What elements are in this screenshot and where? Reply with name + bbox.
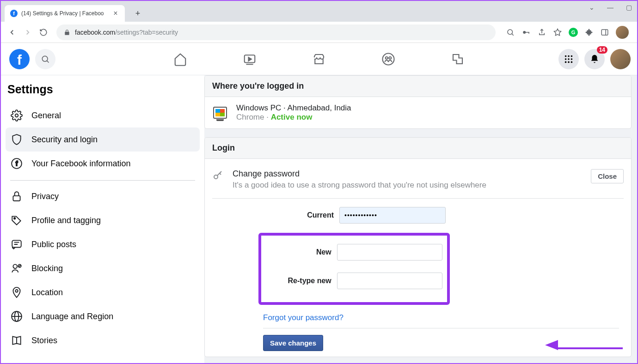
svg-point-14 <box>571 55 573 57</box>
main-content: Where you're logged in Windows PC · Ahme… <box>204 75 637 363</box>
menu-grid-button[interactable] <box>558 49 579 69</box>
windows-pc-icon <box>213 107 227 119</box>
sidebar-item-label: Blocking <box>31 264 63 273</box>
key-icon[interactable] <box>521 28 531 37</box>
close-tab-icon[interactable]: × <box>112 10 119 17</box>
side-panel-icon[interactable] <box>600 28 609 37</box>
svg-rect-3 <box>528 32 529 34</box>
svg-point-13 <box>568 55 570 57</box>
arrow-annotation <box>545 340 623 352</box>
sidebar-item-label: Security and login <box>31 135 98 145</box>
retype-password-input[interactable] <box>337 273 442 289</box>
shield-icon <box>10 133 23 146</box>
bookmark-star-icon[interactable] <box>553 28 562 37</box>
change-password-desc: It's a good idea to use a strong passwor… <box>233 181 582 190</box>
forgot-password-link[interactable]: Forgot your password? <box>263 313 344 322</box>
sidebar-item-language-and-region[interactable]: Language and Region <box>6 304 200 328</box>
logged-in-header: Where you're logged in <box>205 76 631 97</box>
browser-tab[interactable]: (14) Settings & Privacy | Faceboo × <box>5 5 125 22</box>
gaming-icon[interactable] <box>451 52 465 66</box>
svg-point-1 <box>523 31 526 34</box>
svg-point-0 <box>508 30 513 35</box>
svg-point-17 <box>571 58 573 60</box>
sidebar-item-label: General <box>31 111 61 121</box>
new-tab-button[interactable]: + <box>130 6 145 21</box>
close-button[interactable]: Close <box>591 169 624 183</box>
browser-tab-bar: (14) Settings & Privacy | Faceboo × + ⌄ … <box>1 1 637 22</box>
svg-point-25 <box>14 218 15 219</box>
tag-icon <box>10 214 23 227</box>
svg-point-27 <box>13 264 17 268</box>
new-password-input[interactable] <box>337 244 442 261</box>
share-icon[interactable] <box>537 28 546 37</box>
svg-line-29 <box>18 265 20 267</box>
browser-toolbar: facebook.com/settings?tab=security G <box>1 22 637 43</box>
svg-point-6 <box>42 56 48 61</box>
reload-icon[interactable] <box>37 26 50 39</box>
fb-nav <box>173 52 465 66</box>
save-changes-button[interactable]: Save changes <box>263 335 323 351</box>
sidebar-item-your-facebook-information[interactable]: fYour Facebook information <box>6 152 200 176</box>
login-card: Login Change password It's a good idea t… <box>204 137 632 357</box>
svg-point-19 <box>568 61 570 63</box>
sidebar-item-profile-and-tagging[interactable]: Profile and tagging <box>6 208 200 232</box>
chevron-down-icon[interactable]: ⌄ <box>587 4 596 11</box>
lock-icon <box>10 190 23 203</box>
highlight-annotation: New Re-type new <box>258 233 450 305</box>
sidebar-item-public-posts[interactable]: Public posts <box>6 232 200 256</box>
posts-icon <box>10 238 23 251</box>
sidebar-item-location[interactable]: Location <box>6 280 200 304</box>
profile-avatar[interactable] <box>616 26 629 39</box>
svg-point-30 <box>15 290 18 292</box>
svg-point-16 <box>568 58 570 60</box>
sidebar-item-label: Privacy <box>31 192 59 201</box>
sidebar-divider <box>10 180 195 181</box>
maximize-icon[interactable]: ▢ <box>624 4 633 11</box>
tab-title: (14) Settings & Privacy | Faceboo <box>21 10 108 17</box>
grammarly-icon[interactable]: G <box>569 28 578 37</box>
session-row[interactable]: Windows PC · Ahmedabad, India Chrome · A… <box>205 97 631 128</box>
sidebar-item-blocking[interactable]: Blocking <box>6 256 200 280</box>
fb-search-button[interactable] <box>35 49 55 69</box>
notification-badge: 14 <box>597 46 607 54</box>
home-icon[interactable] <box>173 52 187 66</box>
back-icon[interactable] <box>6 26 18 39</box>
svg-point-10 <box>386 57 388 59</box>
search-icon[interactable] <box>506 28 515 37</box>
sidebar-item-privacy[interactable]: Privacy <box>6 184 200 208</box>
logged-in-card: Where you're logged in Windows PC · Ahme… <box>204 75 632 129</box>
lock-icon <box>64 29 70 36</box>
watch-icon[interactable] <box>243 52 257 66</box>
svg-text:f: f <box>15 159 18 167</box>
block-icon <box>10 262 23 275</box>
facebook-logo[interactable] <box>9 49 30 69</box>
sidebar-item-label: Location <box>31 288 63 297</box>
minimize-icon[interactable]: — <box>606 4 615 11</box>
svg-point-15 <box>565 58 567 60</box>
svg-point-18 <box>565 61 567 63</box>
book-icon <box>10 334 23 347</box>
svg-point-11 <box>389 57 391 59</box>
groups-icon[interactable] <box>381 52 395 66</box>
extensions-icon[interactable] <box>584 28 594 37</box>
sidebar-item-general[interactable]: General <box>6 103 200 127</box>
sidebar-item-security-and-login[interactable]: Security and login <box>6 127 200 152</box>
key-icon <box>212 170 223 181</box>
marketplace-icon[interactable] <box>312 52 326 66</box>
notifications-button[interactable]: 14 <box>584 49 605 69</box>
url-domain: facebook.com <box>75 29 115 36</box>
current-password-input[interactable] <box>339 207 446 224</box>
forward-icon[interactable] <box>21 26 34 39</box>
svg-rect-4 <box>601 30 608 35</box>
svg-point-21 <box>15 114 18 117</box>
account-avatar[interactable] <box>610 49 631 69</box>
session-subtitle: Chrome · Active now <box>236 113 351 122</box>
address-bar[interactable]: facebook.com/settings?tab=security <box>56 24 496 40</box>
svg-point-35 <box>214 175 218 179</box>
svg-point-20 <box>571 61 573 63</box>
sidebar-item-stories[interactable]: Stories <box>6 328 200 352</box>
svg-rect-24 <box>13 196 20 201</box>
window-controls: ⌄ — ▢ <box>587 4 633 11</box>
svg-point-9 <box>383 53 394 65</box>
new-password-label: New <box>266 248 337 256</box>
